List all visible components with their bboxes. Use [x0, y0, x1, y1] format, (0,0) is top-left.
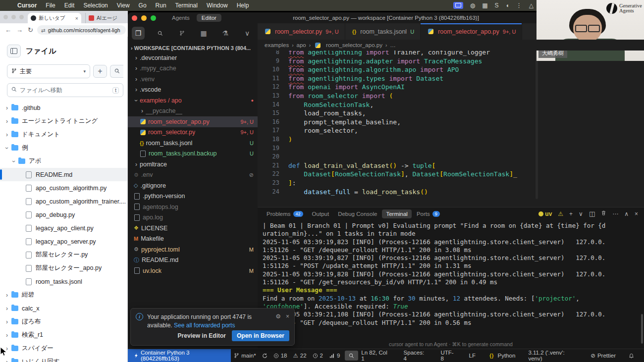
gh-tree-file-row[interactable]: room_tasks.jsonl — [0, 275, 127, 288]
explorer-item[interactable]: apo.log — [128, 212, 258, 223]
go-to-file-input[interactable]: ファイルへ移動 t — [7, 83, 123, 97]
globe-icon[interactable]: ◍ — [470, 2, 475, 9]
gh-tree-folder-row[interactable]: ›ぼろ布 — [0, 315, 127, 328]
status-item-lf[interactable]: LF — [466, 349, 479, 362]
branch-selector[interactable]: 主要 ▾ — [7, 64, 90, 78]
panel-tab-output[interactable]: Output — [308, 209, 333, 218]
gh-tree-folder-row[interactable]: ›エージェントライトニング — [0, 114, 127, 128]
site-info-icon[interactable]: ⇄ — [41, 27, 46, 33]
explorer-item[interactable]: ›.devcontainer — [128, 52, 258, 63]
editor-tab-room_selector_apo.py[interactable]: room_selector_apo.py9+, U — [421, 23, 522, 40]
status-item[interactable] — [345, 351, 358, 361]
stripe-icon[interactable]: S — [495, 2, 499, 9]
panel-tab-ports[interactable]: Ports9 — [413, 209, 444, 218]
extensions-icon[interactable]: ▦ — [197, 27, 210, 40]
panel-tab-debug-console[interactable]: Debug Console — [334, 209, 381, 218]
status-item[interactable] — [626, 349, 637, 362]
explorer-item[interactable]: ⓘREADME.md — [128, 255, 258, 266]
explorer-item[interactable]: room_selector_apo.py9+, U — [128, 116, 258, 127]
status-item-3.11.2[interactable]: 3.11.2 ('.venv': venv) — [525, 349, 581, 362]
collapse-panel-button[interactable] — [7, 45, 21, 57]
explorer-item[interactable]: {}room_tasks.jsonlU — [128, 138, 258, 149]
code-view[interactable]: 8from agentlightning import Trainer, con… — [258, 48, 644, 207]
explorer-item[interactable]: room_tasks.jsonl.backupU — [128, 149, 258, 159]
menu-item-window[interactable]: Window — [202, 2, 232, 9]
menu-item-help[interactable]: Help — [232, 2, 254, 9]
triangle-icon[interactable]: △ — [529, 2, 534, 9]
status-item[interactable] — [259, 349, 270, 362]
explorer-item[interactable]: ◇.gitignore — [128, 180, 258, 191]
tab-close-icon[interactable]: × — [75, 15, 78, 21]
explorer-item[interactable]: ❖LICENSE — [128, 223, 258, 234]
kebab-icon[interactable]: ⋮ — [516, 2, 522, 9]
chevron-up-icon[interactable]: ∧ — [624, 210, 629, 217]
window-control[interactable] — [19, 15, 24, 19]
explorer-icon[interactable]: ❐ — [132, 27, 145, 40]
display-icon[interactable] — [453, 2, 463, 9]
more-icon[interactable]: ⋯ — [612, 210, 618, 217]
source-control-icon[interactable] — [175, 27, 188, 40]
explorer-item[interactable]: uv.lockM — [128, 265, 258, 276]
chevron-down-icon[interactable]: ∨ — [579, 210, 583, 217]
editor-scrollbar[interactable] — [536, 51, 538, 199]
menu-item-terminal[interactable]: Terminal — [171, 2, 202, 9]
menu-item-file[interactable]: File — [41, 2, 59, 9]
explorer-item[interactable]: ›__pycache__ — [128, 106, 258, 117]
explorer-item[interactable]: ›.mypy_cache — [128, 63, 258, 74]
close-window-button[interactable] — [132, 15, 137, 21]
menu-item-view[interactable]: View — [112, 2, 134, 9]
gh-tree-folder-row[interactable]: ›紺碧 — [0, 288, 127, 302]
gh-tree-folder-row[interactable]: ›.github — [0, 101, 127, 114]
address-bar[interactable]: ⇄ github.com/microsoft/agent-ligh — [37, 25, 126, 35]
see-forwarded-ports-link[interactable]: See all forwarded ports — [174, 322, 235, 329]
status-item-ln[interactable]: Ln 82, Col 1 — [358, 349, 393, 362]
workspace-header[interactable]: › WORKSPACE [CONTAINER PYTHON 3 (804... — [128, 43, 258, 52]
explorer-item[interactable]: ›.vscode — [128, 85, 258, 96]
explorer-item[interactable]: ›pomltrace — [128, 159, 258, 170]
gh-tree-folder-row[interactable]: ›例 — [0, 141, 127, 155]
breadcrumb[interactable]: examples›apo›room_selector_apo.py›… — [258, 40, 644, 51]
gh-tree-file-row[interactable]: 部屋セレクター_apo.py — [0, 261, 127, 275]
gh-tree-file-row[interactable]: 部屋セレクター.py — [0, 248, 127, 261]
menu-item-edit[interactable]: Edit — [60, 2, 79, 9]
explorer-item[interactable]: ⚙.env⊘ — [128, 170, 258, 181]
breadcrumb-segment[interactable]: room_selector_apo.py — [326, 42, 382, 48]
menu-item-cursor[interactable]: Cursor — [13, 2, 41, 9]
gh-tree-folder-row[interactable]: ›calc_x — [0, 302, 127, 315]
gh-tree-folder-row[interactable]: ›ドキュメント — [0, 128, 127, 141]
explorer-item[interactable]: room_selector.py9+, U — [128, 127, 258, 138]
panel-tab-problems[interactable]: Problems42 — [263, 209, 307, 218]
gh-tree-file-row[interactable]: legacy_apo_client.py — [0, 221, 127, 235]
minimize-window-button[interactable] — [141, 15, 147, 21]
gh-tree-file-row[interactable]: apo_custom_algorithm_trainer.... — [0, 195, 127, 208]
gh-tree-folder-row[interactable]: ›検索_r1 — [0, 328, 127, 342]
window-tab-agents[interactable]: Agents — [167, 14, 195, 22]
gh-tree-file-row[interactable]: apo_custom_algorithm.py — [0, 181, 127, 195]
chevron-down-icon[interactable]: ∨ — [241, 27, 254, 40]
preview-in-editor-button[interactable]: Preview in Editor — [178, 332, 226, 339]
reload-icon[interactable]: ↻ — [28, 26, 33, 34]
trash-icon[interactable] — [601, 210, 606, 217]
breadcrumb-segment[interactable]: examples — [265, 42, 289, 48]
split-terminal-icon[interactable]: ◫ — [589, 210, 595, 217]
status-item-spaces:[interactable]: Spaces: 4 — [401, 349, 431, 362]
status-item-18[interactable]: 18 — [270, 349, 290, 362]
back-icon[interactable]: ← — [5, 26, 11, 34]
menu-item-selection[interactable]: Selection — [79, 2, 112, 9]
explorer-item[interactable]: ⚙pyproject.tomlM — [128, 244, 258, 255]
gh-tree-folder-row[interactable]: ›スパイダー — [0, 342, 127, 355]
menu-item-go[interactable]: Go — [134, 2, 151, 9]
status-item-22[interactable]: ⚠22 — [290, 349, 309, 362]
window-control[interactable] — [11, 15, 16, 19]
editor-tab-room_selector.py[interactable]: room_selector.py9+, U — [258, 23, 345, 40]
gh-tree-file-row[interactable]: apo_debug.py — [0, 208, 127, 221]
status-item-prettier[interactable]: ⊘Prettier — [588, 349, 619, 362]
close-icon[interactable]: × — [635, 210, 638, 217]
panel-tab-terminal[interactable]: Terminal — [382, 209, 411, 218]
explorer-item[interactable]: ›examples / apo● — [128, 95, 258, 106]
search-icon[interactable] — [154, 27, 166, 40]
plus-icon[interactable]: + — [569, 210, 573, 217]
status-item-9[interactable]: 9 — [326, 349, 343, 362]
status-item-2[interactable]: 2 — [310, 349, 326, 362]
explorer-item[interactable]: ›.venv — [128, 74, 258, 85]
